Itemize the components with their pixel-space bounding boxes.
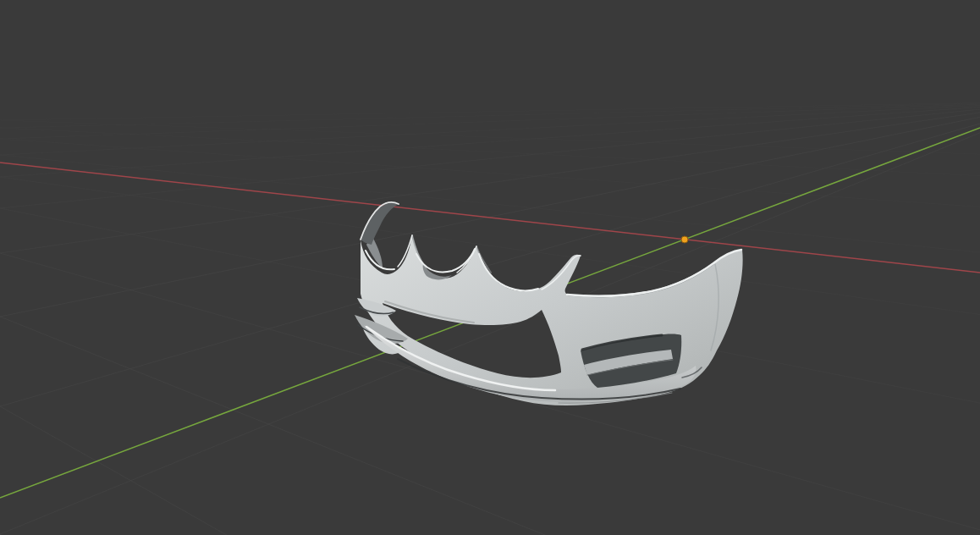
viewport-background xyxy=(0,0,980,535)
blender-3d-viewport[interactable] xyxy=(0,0,980,535)
viewport-canvas[interactable] xyxy=(0,0,980,535)
object-origin-dot[interactable] xyxy=(681,236,688,243)
